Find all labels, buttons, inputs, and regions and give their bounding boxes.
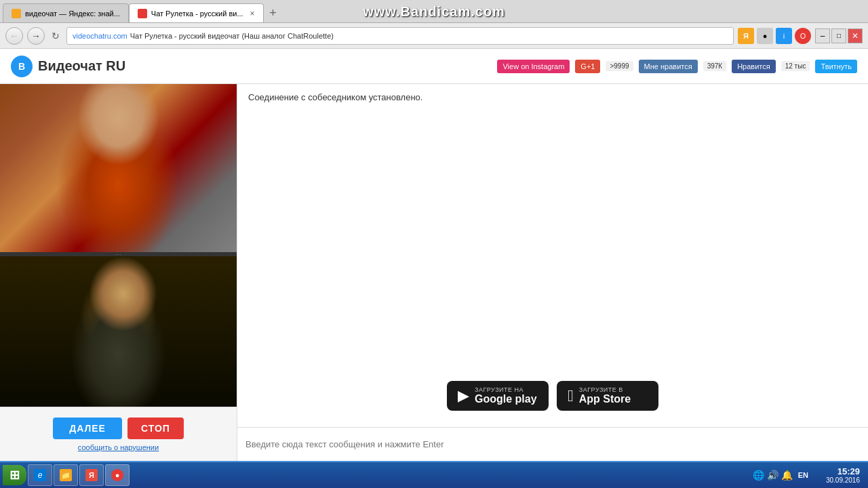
- tab-label-1: видеочат — Яндекс: знай...: [25, 9, 120, 18]
- next-button[interactable]: далее: [53, 418, 122, 439]
- main-layout: ··· далее стоп сообщить о нарушении: [0, 84, 868, 461]
- taskbar-right: 🌐 🔊 🔔 EN 15:29 30.09.2016: [747, 466, 865, 484]
- back-button[interactable]: ←: [5, 27, 23, 45]
- remote-person-silhouette: [0, 84, 237, 252]
- browser-icons: Я ● i O: [738, 28, 811, 44]
- app-store-label: Загрузите в: [579, 386, 631, 393]
- logo-icon: В: [11, 56, 33, 77]
- start-button[interactable]: ⊞: [3, 465, 26, 485]
- tab-label-2: Чат Рулетка - русский ви...: [151, 9, 243, 18]
- yandex-browser-icon[interactable]: Я: [738, 28, 754, 44]
- twitter-button[interactable]: Твитнуть: [815, 60, 857, 73]
- browser-taskbar-icon: ●: [111, 469, 123, 481]
- notification-tray-icon: 🔔: [781, 470, 793, 481]
- google-count: >9999: [606, 61, 633, 71]
- taskbar-item-browser[interactable]: ●: [105, 464, 130, 486]
- google-play-name: Google play: [475, 393, 537, 405]
- page-content: В Видеочат RU View on Instagram G+1 >999…: [0, 49, 868, 461]
- tab-close-button[interactable]: ×: [250, 9, 255, 18]
- taskbar-clock: 15:29 30.09.2016: [821, 466, 865, 484]
- video-controls: далее стоп сообщить о нарушении: [0, 407, 237, 461]
- chat-input-area: [237, 427, 868, 461]
- stop-button[interactable]: стоп: [127, 418, 184, 439]
- tab-inactive[interactable]: видеочат — Яндекс: знай...: [3, 3, 129, 22]
- site-header: В Видеочат RU View on Instagram G+1 >999…: [0, 49, 868, 84]
- left-panel: ··· далее стоп сообщить о нарушении: [0, 84, 237, 461]
- taskbar: ⊞ e 📁 Я ● 🌐 🔊 🔔 EN 15:29 30.09.2016: [0, 461, 868, 488]
- app-store-badge[interactable]:  Загрузите в App Store: [557, 381, 658, 411]
- remote-video-frame: [0, 84, 237, 252]
- extension-icon-1[interactable]: ●: [757, 28, 773, 44]
- taskbar-item-ie[interactable]: e: [28, 464, 52, 486]
- address-domain: videochatru.com: [73, 32, 127, 40]
- yandex-icon: Я: [85, 469, 98, 481]
- address-path: Чат Рулетка - русский видеочат (Наш анал…: [130, 32, 728, 40]
- browser-toolbar: ← → ↻ videochatru.com Чат Рулетка - русс…: [0, 23, 868, 49]
- google-play-icon: ▶: [458, 387, 469, 405]
- site-title: Видеочат RU: [38, 58, 125, 74]
- network-tray-icon: 🌐: [753, 470, 764, 481]
- add-tab-button[interactable]: +: [264, 3, 283, 22]
- taskbar-tray: 🌐 🔊 🔔 EN: [747, 468, 816, 482]
- google-plus-button[interactable]: G+1: [575, 60, 600, 73]
- taskbar-item-explorer[interactable]: 📁: [54, 464, 78, 486]
- site-logo: В Видеочат RU: [11, 56, 125, 77]
- apple-icon: : [568, 386, 574, 405]
- chat-area: Соединение с собеседником установлено. ▶…: [237, 84, 868, 427]
- remote-video: [0, 84, 237, 252]
- windows-icon: ⊞: [9, 468, 20, 483]
- explorer-icon: 📁: [60, 469, 72, 481]
- extension-icon-2[interactable]: i: [776, 28, 792, 44]
- right-panel: Соединение с собеседником установлено. ▶…: [237, 84, 868, 461]
- address-bar[interactable]: videochatru.com Чат Рулетка - русский ви…: [66, 27, 734, 45]
- forward-button[interactable]: →: [27, 27, 45, 45]
- window-controls: – □ ✕: [815, 28, 863, 43]
- language-indicator: EN: [795, 470, 811, 481]
- tab-favicon-1: [12, 9, 21, 18]
- google-play-badge[interactable]: ▶ ЗАГРУЗИТЕ НА Google play: [447, 381, 549, 411]
- report-link[interactable]: сообщить о нарушении: [78, 443, 159, 451]
- instagram-button[interactable]: View on Instagram: [497, 60, 570, 73]
- local-person-silhouette: [0, 256, 237, 407]
- taskbar-item-yandex[interactable]: Я: [79, 464, 104, 486]
- tab-active[interactable]: Чат Рулетка - русский ви... ×: [129, 3, 264, 22]
- app-store-section: ▶ ЗАГРУЗИТЕ НА Google play  Загрузите в…: [447, 373, 658, 419]
- sound-tray-icon: 🔊: [767, 470, 778, 481]
- refresh-button[interactable]: ↻: [49, 29, 62, 43]
- maximize-button[interactable]: □: [831, 28, 846, 43]
- vk-button[interactable]: Мне нравится: [639, 60, 698, 73]
- facebook-button[interactable]: Нравится: [732, 60, 776, 73]
- tab-bar: видеочат — Яндекс: знай... Чат Рулетка -…: [0, 0, 868, 23]
- vk-count: 397К: [703, 61, 727, 71]
- google-play-text: ЗАГРУЗИТЕ НА Google play: [475, 386, 537, 405]
- chat-connection-message: Соединение с собеседником установлено.: [248, 92, 857, 102]
- google-play-label: ЗАГРУЗИТЕ НА: [475, 386, 537, 393]
- control-buttons: далее стоп: [53, 418, 184, 439]
- clock-time: 15:29: [826, 466, 860, 476]
- chat-input[interactable]: [245, 439, 860, 449]
- fb-count: 12 тыс: [781, 61, 810, 71]
- adblock-icon[interactable]: O: [795, 28, 811, 44]
- header-social: View on Instagram G+1 >9999 Мне нравится…: [497, 60, 857, 73]
- app-store-name: App Store: [579, 393, 631, 405]
- ie-icon: e: [34, 469, 46, 481]
- close-button[interactable]: ✕: [848, 28, 863, 43]
- tab-favicon-2: [138, 9, 147, 18]
- browser-window: www.Bandicam.com видеочат — Яндекс: знай…: [0, 0, 868, 488]
- minimize-button[interactable]: –: [815, 28, 830, 43]
- local-video: [0, 256, 237, 407]
- app-store-text: Загрузите в App Store: [579, 386, 631, 405]
- clock-date: 30.09.2016: [826, 476, 860, 484]
